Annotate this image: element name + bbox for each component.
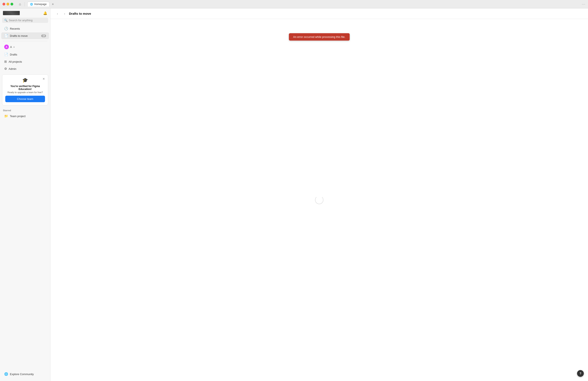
sidebar-item-admin[interactable]: ⚙ Admin (1, 65, 49, 72)
forward-button[interactable]: › (62, 11, 67, 16)
back-button[interactable]: ‹ (55, 11, 60, 16)
search-bar[interactable]: 🔍 Search for anything (2, 18, 48, 23)
sidebar-bottom: 🌐 Explore Community (0, 370, 50, 378)
starred-section-label: Starred (0, 107, 50, 112)
explore-label: Explore Community (10, 373, 46, 376)
sidebar-header: 🔔 (0, 8, 50, 17)
admin-label: Admin (9, 67, 46, 70)
education-card: ✕ 🎓 You're verified for Figma Education!… (2, 74, 48, 105)
drafts-to-move-label: Drafts to move (10, 34, 40, 37)
all-projects-label: All projects (9, 60, 46, 63)
recents-icon: 🕐 (4, 27, 8, 30)
page-title: Drafts to move (69, 12, 91, 15)
error-toast: An error occurred while processing this … (289, 33, 350, 41)
notifications-icon[interactable]: 🔔 (43, 11, 47, 15)
content-area: An error occurred while processing this … (50, 19, 588, 381)
close-traffic-light[interactable] (2, 3, 5, 5)
drafts-icon: 📄 (4, 53, 8, 56)
sidebar-item-all-projects[interactable]: ⊞ All projects (1, 58, 49, 65)
globe-icon: 🌐 (4, 372, 8, 376)
minimize-traffic-light[interactable] (6, 3, 9, 5)
error-message: An error occurred while processing this … (293, 35, 346, 39)
help-button[interactable]: ? (577, 370, 584, 377)
tab-favicon: 🌐 (30, 3, 33, 6)
chevron-down-icon: ∨ (13, 46, 15, 48)
tab-label: Homepage (34, 3, 47, 6)
sidebar-item-drafts-to-move[interactable]: 📄 Drafts to move 19 (1, 32, 49, 39)
browser-menu-button[interactable]: ··· (582, 2, 586, 6)
close-edu-card-button[interactable]: ✕ (42, 77, 46, 81)
sidebar-item-team-project[interactable]: 📁 Team project (1, 113, 49, 119)
titlebar: ⌂ 🌐 Homepage + ··· (0, 0, 588, 8)
folder-icon: 📁 (4, 114, 8, 118)
user-section[interactable]: A A ∨ (1, 43, 49, 51)
user-name: A (10, 45, 12, 49)
topbar: ‹ › Drafts to move (50, 8, 588, 19)
logo-area (3, 11, 20, 15)
sidebar-item-drafts[interactable]: 📄 Drafts (1, 51, 49, 58)
edu-title: You're verified for Figma Education! (5, 85, 45, 91)
admin-icon: ⚙ (4, 67, 7, 71)
traffic-lights (2, 3, 13, 5)
education-icon: 🎓 (5, 78, 45, 83)
sidebar-item-explore[interactable]: 🌐 Explore Community (1, 371, 49, 378)
grid-icon: ⊞ (4, 60, 7, 64)
drafts-label: Drafts (10, 53, 46, 56)
sidebar: 🔔 🔍 Search for anything 🕐 Recents 📄 Draf… (0, 8, 50, 381)
search-icon: 🔍 (4, 19, 8, 22)
new-tab-button[interactable]: + (52, 2, 54, 6)
home-icon[interactable]: ⌂ (17, 1, 23, 7)
search-placeholder: Search for anything (9, 19, 33, 22)
sidebar-item-recents[interactable]: 🕐 Recents (1, 25, 49, 32)
main-content: ‹ › Drafts to move An error occurred whi… (50, 8, 588, 381)
loading-spinner (315, 196, 323, 204)
drafts-badge: 19 (41, 35, 46, 37)
app-layout: 🔔 🔍 Search for anything 🕐 Recents 📄 Draf… (0, 8, 588, 381)
choose-team-button[interactable]: Choose team (5, 96, 45, 102)
file-icon: 📄 (4, 34, 8, 38)
fullscreen-traffic-light[interactable] (11, 3, 13, 5)
avatar: A (4, 44, 9, 49)
recents-label: Recents (10, 27, 46, 30)
browser-tab[interactable]: 🌐 Homepage (27, 2, 49, 6)
edu-subtitle: Ready to upgrade a team for free? (5, 91, 45, 94)
figma-logo (3, 11, 20, 15)
team-project-label: Team project (10, 115, 46, 118)
divider (3, 41, 47, 41)
